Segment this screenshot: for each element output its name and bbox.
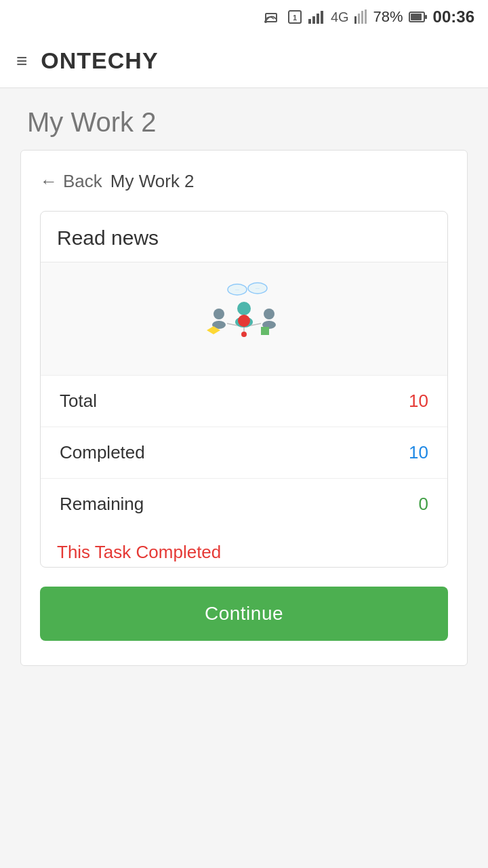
svg-text:···: ··· <box>235 288 239 292</box>
svg-rect-13 <box>411 14 422 20</box>
svg-rect-7 <box>321 11 323 24</box>
svg-point-1 <box>264 20 267 23</box>
back-arrow-icon: ← <box>40 171 58 192</box>
status-time: 00:36 <box>433 7 474 26</box>
stats-row-completed: Completed 10 <box>41 427 447 479</box>
svg-rect-6 <box>317 14 319 24</box>
status-bar: 1 4G 78% 00:36 <box>0 0 488 34</box>
stats-row-remaining: Remaining 0 <box>41 479 447 530</box>
stats-table: Total 10 Completed 10 Remaining 0 <box>41 376 447 530</box>
svg-point-19 <box>237 302 251 315</box>
completed-value: 10 <box>318 427 447 479</box>
menu-icon[interactable]: ≡ <box>16 52 27 71</box>
cast-icon <box>264 9 282 24</box>
task-name: Read news <box>57 226 159 249</box>
svg-rect-14 <box>425 15 427 19</box>
back-nav: ← Back My Work 2 <box>40 171 448 192</box>
status-icons: 1 4G 78% 00:36 <box>264 7 474 26</box>
svg-rect-5 <box>312 16 315 24</box>
remaining-value: 0 <box>318 479 447 530</box>
total-label: Total <box>41 376 318 427</box>
stats-row-total: Total 10 <box>41 376 447 427</box>
battery-icon <box>409 11 428 23</box>
remaining-label: Remaining <box>41 479 318 530</box>
svg-point-21 <box>238 315 250 327</box>
continue-button[interactable]: Continue <box>40 587 448 641</box>
total-value: 10 <box>318 376 447 427</box>
task-completed-text: This Task Completed <box>57 542 221 562</box>
task-card: Read news ··· ··· <box>40 211 448 568</box>
breadcrumb-title: My Work 2 <box>110 171 195 192</box>
svg-rect-9 <box>358 14 360 24</box>
collaboration-illustration: ··· ··· <box>200 281 288 356</box>
page-title-section: My Work 2 <box>0 88 488 150</box>
svg-rect-8 <box>354 16 357 24</box>
illustration-area: ··· ··· <box>41 262 447 376</box>
svg-rect-10 <box>361 11 363 24</box>
svg-point-28 <box>241 332 247 337</box>
svg-point-25 <box>264 309 274 319</box>
battery-percentage: 78% <box>373 8 403 26</box>
network-type: 4G <box>331 9 349 25</box>
svg-rect-11 <box>365 9 367 24</box>
task-completed-banner: This Task Completed <box>41 530 447 567</box>
svg-rect-27 <box>261 327 269 335</box>
svg-text:···: ··· <box>256 286 260 291</box>
app-title: ONTECHY <box>41 47 158 74</box>
app-bar: ≡ ONTECHY <box>0 34 488 88</box>
svg-point-22 <box>214 309 224 319</box>
main-card: ← Back My Work 2 Read news ··· ··· <box>20 150 468 666</box>
antenna-icon <box>354 9 368 24</box>
back-label[interactable]: Back <box>63 171 102 192</box>
page-title: My Work 2 <box>27 107 461 138</box>
signal-icon <box>308 9 325 24</box>
completed-label: Completed <box>41 427 318 479</box>
svg-rect-4 <box>308 19 311 24</box>
sim-icon: 1 <box>287 9 302 24</box>
task-card-header: Read news <box>41 212 447 262</box>
svg-text:1: 1 <box>293 14 297 22</box>
back-button[interactable]: ← Back <box>40 171 102 192</box>
